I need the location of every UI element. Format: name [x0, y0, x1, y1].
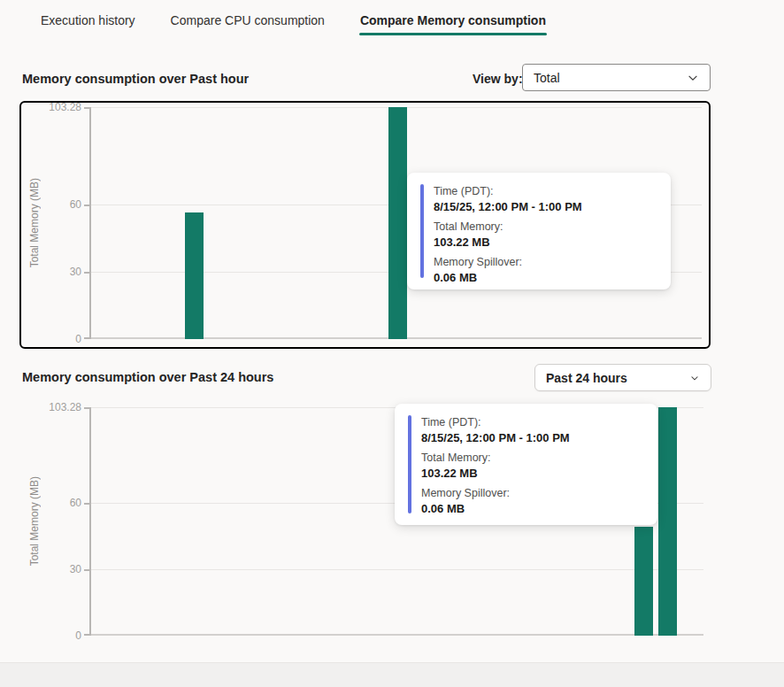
tab-execution-history[interactable]: Execution history: [40, 12, 136, 35]
section-title-past-hour: Memory consumption over Past hour: [22, 72, 249, 86]
view-by-dropdown[interactable]: Total: [522, 64, 711, 91]
gridline: [91, 569, 703, 570]
section-title-past-24-hours: Memory consumption over Past 24 hours: [22, 370, 273, 384]
tab-bar: Execution history Compare CPU consumptio…: [40, 12, 547, 35]
y-axis-label-box: Total Memory (MB): [25, 107, 44, 339]
y-tick-label: 0: [75, 629, 81, 642]
y-axis-line: [89, 407, 91, 636]
y-tick-mark: [84, 107, 89, 109]
tooltip-total-value: 103.22 MB: [421, 466, 643, 482]
tooltip-spillover-group: Memory Spillover: 0.06 MB: [434, 255, 657, 286]
y-tick-label: 30: [70, 563, 81, 575]
tooltip-total-group: Total Memory: 103.22 MB: [421, 451, 643, 482]
tooltip-time-value: 8/15/25, 12:00 PM - 1:00 PM: [434, 199, 657, 215]
y-tick-mark: [84, 272, 89, 274]
y-tick-label: 60: [70, 198, 81, 211]
tooltip-time-group: Time (PDT): 8/15/25, 12:00 PM - 1:00 PM: [434, 184, 657, 215]
memory-bar[interactable]: [634, 527, 653, 636]
time-range-dropdown[interactable]: Past 24 hours: [534, 364, 711, 391]
tooltip-spillover-label: Memory Spillover:: [434, 255, 657, 270]
tab-compare-cpu[interactable]: Compare CPU consumption: [170, 12, 326, 35]
tooltip-total-label: Total Memory:: [421, 451, 643, 466]
y-tick-label: 103.28: [49, 401, 81, 413]
tooltip-spillover-value: 0.06 MB: [434, 270, 657, 286]
chart-tooltip: Time (PDT): 8/15/25, 12:00 PM - 1:00 PM …: [395, 404, 657, 525]
y-tick-mark: [84, 337, 89, 339]
chart-tooltip: Time (PDT): 8/15/25, 12:00 PM - 1:00 PM …: [407, 173, 671, 289]
y-tick-mark: [84, 634, 89, 636]
tooltip-accent-bar: [408, 415, 411, 513]
tooltip-accent-bar: [420, 184, 424, 278]
tooltip-time-value: 8/15/25, 12:00 PM - 1:00 PM: [421, 430, 643, 446]
tooltip-spillover-label: Memory Spillover:: [421, 486, 643, 501]
tooltip-total-value: 103.22 MB: [434, 235, 657, 251]
tooltip-spillover-group: Memory Spillover: 0.06 MB: [421, 486, 643, 517]
time-range-dropdown-value: Past 24 hours: [546, 371, 627, 385]
y-tick-mark: [84, 503, 89, 505]
y-tick-mark: [84, 569, 89, 571]
y-axis-label: Total Memory (MB): [28, 476, 41, 566]
y-tick-label: 0: [75, 333, 81, 345]
view-by-dropdown-value: Total: [534, 71, 560, 85]
memory-bar[interactable]: [658, 407, 677, 636]
tooltip-time-group: Time (PDT): 8/15/25, 12:00 PM - 1:00 PM: [421, 415, 643, 446]
tooltip-time-label: Time (PDT):: [421, 415, 643, 430]
y-tick-mark: [84, 205, 89, 206]
tooltip-total-label: Total Memory:: [434, 220, 657, 235]
y-axis-label-box: Total Memory (MB): [25, 407, 44, 636]
window-bottom-strip: [0, 662, 784, 687]
tab-compare-memory[interactable]: Compare Memory consumption: [359, 12, 547, 35]
memory-bar[interactable]: [185, 212, 204, 339]
tooltip-spillover-value: 0.06 MB: [421, 501, 643, 517]
y-axis-line: [89, 107, 91, 339]
y-tick-label: 30: [70, 266, 81, 278]
y-axis-label: Total Memory (MB): [28, 178, 41, 267]
chevron-down-icon: [687, 72, 699, 84]
y-tick-label: 103.28: [49, 101, 81, 113]
y-tick-label: 60: [70, 497, 81, 509]
x-axis-line: [91, 634, 703, 636]
tooltip-total-group: Total Memory: 103.22 MB: [434, 220, 657, 251]
view-by-label: View by:: [473, 72, 523, 86]
tooltip-time-label: Time (PDT):: [434, 184, 657, 199]
chevron-down-icon: [689, 373, 700, 383]
memory-bar[interactable]: [388, 107, 407, 339]
y-tick-mark: [84, 407, 89, 409]
